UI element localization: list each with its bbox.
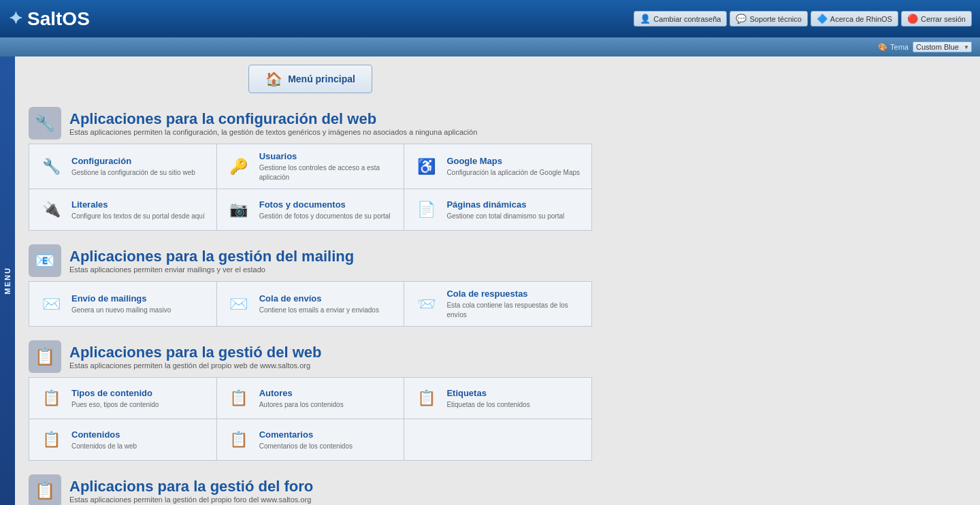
section-title-foro: Aplicacions para la gestió del foro — [69, 478, 313, 495]
menu-principal-bar: 🏠 Menú principal — [29, 56, 592, 100]
logo: ✦ SaltOS — [8, 8, 90, 30]
section-icon-foro: 📋 — [29, 474, 61, 505]
app-desc-fotos-documentos: Gestión de fotos y documentos de su port… — [259, 212, 391, 220]
section-desc-gestion-web: Estas aplicaciones permiten la gestión d… — [69, 361, 321, 370]
sidebar-label: MENU — [3, 267, 12, 294]
app-cell-comentarios[interactable]: 📋 Comentarios Comentarios de los conteni… — [217, 419, 405, 460]
theme-label: 🎨 Tema — [878, 43, 909, 52]
menu-principal-label: Menú principal — [288, 74, 355, 84]
app-icon-cola-respuestas: 📨 — [412, 291, 440, 318]
theme-select[interactable]: Custom Blue Default Dark Light — [913, 42, 972, 52]
app-icon-etiquetas: 📋 — [412, 385, 440, 412]
section-header-foro: 📋 Aplicacions para la gestió del foro Es… — [29, 468, 592, 505]
app-title-envio-mailings: Envío de mailings — [71, 293, 171, 304]
app-title-etiquetas: Etiquetas — [446, 388, 529, 398]
section-desc-config-web: Estas aplicaciones permiten la configura… — [69, 128, 477, 136]
app-desc-etiquetas: Etiquetas de los contenidos — [446, 401, 529, 408]
app-row-mailing-0: ✉️ Envío de mailings Genera un nuevo mai… — [29, 282, 591, 326]
app-title-cola-respuestas: Cola de respuestas — [446, 289, 583, 299]
app-icon-envio-mailings: ✉️ — [37, 291, 65, 318]
app-cell-paginas-dinamicas[interactable]: 📄 Páginas dinámicas Gestione con total d… — [404, 189, 591, 230]
app-title-literales: Literales — [71, 199, 205, 210]
app-desc-cola-respuestas: Esta cola contiene las respuestas de los… — [446, 302, 568, 319]
app-cell-etiquetas[interactable]: 📋 Etiquetas Etiquetas de los contenidos — [404, 378, 591, 419]
app-cell-empty-gestion-web — [404, 419, 591, 460]
app-cell-fotos-documentos[interactable]: 📷 Fotos y documentos Gestión de fotos y … — [217, 189, 405, 230]
app-desc-tipos-contenido: Pues eso, tipos de contenido — [71, 401, 159, 408]
app-icon-contenidos: 📋 — [37, 426, 65, 453]
theme-icon: 🎨 — [878, 43, 887, 52]
section-desc-mailing: Estas aplicaciones permiten enviar maili… — [69, 265, 354, 274]
section-icon-mailing: 📧 — [29, 244, 61, 277]
app-desc-autores: Autores para los contenidos — [259, 401, 344, 408]
logo-star: ✦ — [8, 8, 23, 29]
app-title-google-maps: Google Maps — [446, 156, 580, 166]
app-cell-tipos-contenido[interactable]: 📋 Tipos de contenido Pues eso, tipos de … — [29, 378, 217, 419]
app-cell-cola-envios[interactable]: ✉️ Cola de envíos Contiene los emails a … — [217, 282, 405, 326]
app-row-config-web-0: 🔧 Configuración Gestione la configuració… — [29, 144, 591, 189]
app-row-gestion-web-1: 📋 Contenidos Contenidos de la web 📋 Come… — [29, 419, 591, 460]
sections-container: 🔧 Aplicaciones para la configuración del… — [29, 100, 592, 505]
about-button[interactable]: 🔷 Acerca de RhinOS — [811, 11, 898, 27]
app-row-config-web-1: 🔌 Literales Configure los textos de su p… — [29, 189, 591, 230]
app-cell-contenidos[interactable]: 📋 Contenidos Contenidos de la web — [29, 419, 217, 460]
app-title-configuracion: Configuración — [71, 156, 195, 166]
app-desc-contenidos: Contenidos de la web — [71, 442, 137, 450]
app-icon-configuracion: 🔧 — [37, 153, 65, 180]
app-title-tipos-contenido: Tipos de contenido — [71, 388, 159, 398]
app-title-fotos-documentos: Fotos y documentos — [259, 199, 391, 210]
change-password-label: Cambiar contraseña — [653, 15, 721, 23]
app-icon-tipos-contenido: 📋 — [37, 385, 65, 412]
about-label: Acerca de RhinOS — [830, 15, 892, 23]
logout-label: Cerrar sesión — [921, 15, 966, 23]
app-icon-autores: 📋 — [225, 385, 252, 412]
app-title-comentarios: Comentarios — [259, 429, 353, 440]
app-grid-config-web: 🔧 Configuración Gestione la configuració… — [29, 144, 592, 231]
app-icon-usuarios: 🔑 — [225, 153, 252, 180]
app-desc-comentarios: Comentarios de los contenidos — [259, 442, 353, 450]
app-desc-usuarios: Gestione los controles de acceso a esta … — [259, 164, 380, 181]
app-desc-literales: Configure los textos de su portal desde … — [71, 212, 205, 220]
support-label: Soporte técnico — [749, 15, 801, 23]
app-cell-literales[interactable]: 🔌 Literales Configure los textos de su p… — [29, 189, 217, 230]
house-icon: 🏠 — [265, 71, 282, 87]
app-icon-comentarios: 📋 — [225, 426, 252, 453]
app-title-autores: Autores — [259, 388, 344, 398]
app-icon-cola-envios: ✉️ — [225, 291, 252, 318]
app-title-paginas-dinamicas: Páginas dinámicas — [446, 199, 564, 210]
app-cell-autores[interactable]: 📋 Autores Autores para los contenidos — [217, 378, 405, 419]
theme-text: Tema — [890, 43, 909, 51]
app-icon-fotos-documentos: 📷 — [225, 196, 252, 223]
app-cell-envio-mailings[interactable]: ✉️ Envío de mailings Genera un nuevo mai… — [29, 282, 217, 326]
user-icon: 👤 — [640, 14, 651, 24]
logo-text: SaltOS — [27, 8, 90, 30]
logout-icon: 🔴 — [907, 14, 918, 24]
app-title-cola-envios: Cola de envíos — [259, 293, 379, 304]
section-icon-gestion-web: 📋 — [29, 340, 61, 373]
logout-button[interactable]: 🔴 Cerrar sesión — [901, 11, 972, 27]
app-cell-configuracion[interactable]: 🔧 Configuración Gestione la configuració… — [29, 144, 217, 189]
section-title-config-web: Aplicaciones para la configuración del w… — [69, 110, 477, 128]
app-desc-envio-mailings: Genera un nuevo mailing masivo — [71, 306, 171, 314]
change-password-button[interactable]: 👤 Cambiar contraseña — [634, 11, 727, 27]
support-icon: 💬 — [736, 14, 747, 24]
header: ✦ SaltOS 👤 Cambiar contraseña 💬 Soporte … — [0, 0, 980, 37]
theme-select-wrapper[interactable]: Custom Blue Default Dark Light — [913, 42, 972, 52]
section-header-config-web: 🔧 Aplicaciones para la configuración del… — [29, 100, 592, 144]
sidebar: MENU — [0, 56, 15, 505]
menu-principal-button[interactable]: 🏠 Menú principal — [248, 65, 372, 93]
app-desc-configuracion: Gestione la configuración de su sitio we… — [71, 169, 195, 176]
app-cell-usuarios[interactable]: 🔑 Usuarios Gestione los controles de acc… — [217, 144, 405, 189]
app-cell-cola-respuestas[interactable]: 📨 Cola de respuestas Esta cola contiene … — [404, 282, 591, 326]
theme-bar: 🎨 Tema Custom Blue Default Dark Light — [0, 37, 980, 56]
app-cell-google-maps[interactable]: ♿ Google Maps Configuración la aplicació… — [404, 144, 591, 189]
app-desc-google-maps: Configuración la aplicación de Google Ma… — [446, 169, 580, 176]
app-icon-google-maps: ♿ — [412, 153, 440, 180]
app-grid-gestion-web: 📋 Tipos de contenido Pues eso, tipos de … — [29, 377, 592, 461]
support-button[interactable]: 💬 Soporte técnico — [730, 11, 807, 27]
app-icon-paginas-dinamicas: 📄 — [412, 196, 440, 223]
section-title-gestion-web: Aplicaciones para la gestió del web — [69, 344, 321, 361]
header-nav: 👤 Cambiar contraseña 💬 Soporte técnico 🔷… — [634, 11, 972, 27]
app-grid-mailing: ✉️ Envío de mailings Genera un nuevo mai… — [29, 281, 592, 327]
section-header-mailing: 📧 Aplicaciones para la gestión del maili… — [29, 238, 592, 281]
